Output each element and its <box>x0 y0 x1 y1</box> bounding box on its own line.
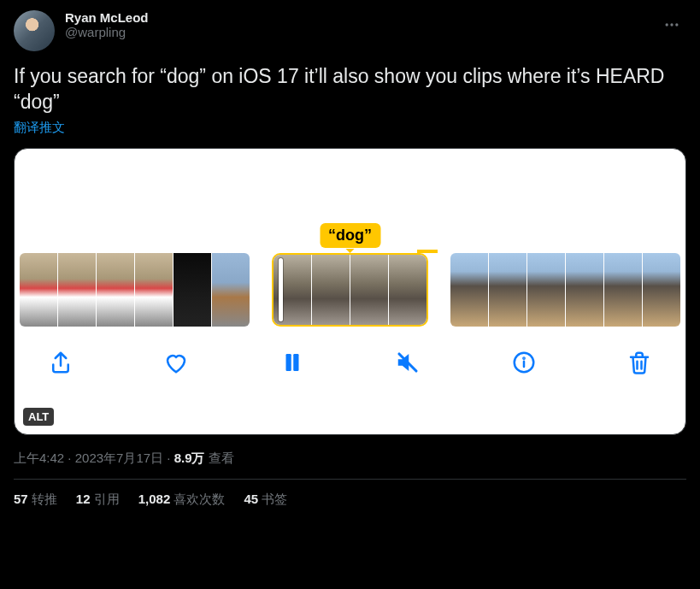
info-button[interactable] <box>507 345 541 380</box>
heart-icon <box>163 350 189 375</box>
more-icon <box>663 16 680 33</box>
svg-rect-4 <box>293 354 298 371</box>
delete-button[interactable] <box>622 345 656 380</box>
tweet-stats: 57 转推 12 引用 1,082 喜欢次数 45 书签 <box>14 480 686 520</box>
clip-frame <box>312 255 350 327</box>
tweet-meta[interactable]: 上午4:42 · 2023年7月17日 · 8.9万 查看 <box>14 451 686 467</box>
clip-frame <box>527 253 565 327</box>
clip-frame <box>643 253 680 327</box>
stat-retweets[interactable]: 57 转推 <box>14 492 57 508</box>
clip-frame <box>350 255 388 327</box>
clip-group[interactable] <box>450 253 680 327</box>
clip-frame <box>489 253 526 327</box>
clip-group-active[interactable] <box>272 253 428 327</box>
views-count: 8.9万 <box>174 451 205 465</box>
clip-frame <box>389 255 426 327</box>
video-timeline[interactable] <box>15 253 685 327</box>
svg-point-2 <box>675 23 678 26</box>
clip-frame <box>58 253 96 327</box>
media-card[interactable]: “dog” <box>14 148 686 435</box>
media-top: “dog” <box>15 149 685 253</box>
clip-frame <box>212 253 250 327</box>
tweet: Ryan McLeod @warpling If you search for … <box>0 0 700 520</box>
alt-badge[interactable]: ALT <box>23 408 54 426</box>
tweet-header: Ryan McLeod @warpling <box>14 10 686 51</box>
mute-button[interactable] <box>391 345 425 380</box>
clip-frame <box>450 253 488 327</box>
playhead[interactable] <box>279 258 283 321</box>
clip-frame <box>97 253 134 327</box>
clip-frame <box>135 253 173 327</box>
trash-icon <box>626 350 652 375</box>
author-names[interactable]: Ryan McLeod @warpling <box>65 10 647 39</box>
stat-quotes[interactable]: 12 引用 <box>76 492 120 508</box>
tweet-text: If you search for “dog” on iOS 17 it’ll … <box>14 63 686 115</box>
stat-likes[interactable]: 1,082 喜欢次数 <box>138 492 226 508</box>
mute-icon <box>395 350 421 375</box>
clip-frame <box>566 253 603 327</box>
svg-point-0 <box>666 23 668 26</box>
info-icon <box>511 350 537 375</box>
stat-bookmarks[interactable]: 45 书签 <box>244 492 287 508</box>
svg-point-1 <box>670 23 673 26</box>
clip-frame <box>604 253 642 327</box>
pause-button[interactable] <box>275 345 309 380</box>
display-name: Ryan McLeod <box>65 10 647 25</box>
svg-point-7 <box>523 357 524 358</box>
avatar[interactable] <box>14 10 55 51</box>
clip-group[interactable] <box>20 253 250 327</box>
views-label: 查看 <box>205 451 234 465</box>
author-handle: @warpling <box>65 25 647 39</box>
clip-frame <box>174 253 211 327</box>
share-button[interactable] <box>44 345 78 380</box>
more-button[interactable] <box>657 10 686 39</box>
like-button[interactable] <box>159 345 193 380</box>
clip-frame <box>20 253 57 327</box>
share-icon <box>48 350 74 375</box>
player-controls <box>15 327 685 380</box>
date: 2023年7月17日 <box>75 451 163 465</box>
translate-link[interactable]: 翻译推文 <box>14 120 65 136</box>
search-term-tag: “dog” <box>320 223 380 248</box>
svg-rect-3 <box>285 354 291 371</box>
timestamp: 上午4:42 <box>14 451 64 465</box>
pause-icon <box>279 350 305 375</box>
